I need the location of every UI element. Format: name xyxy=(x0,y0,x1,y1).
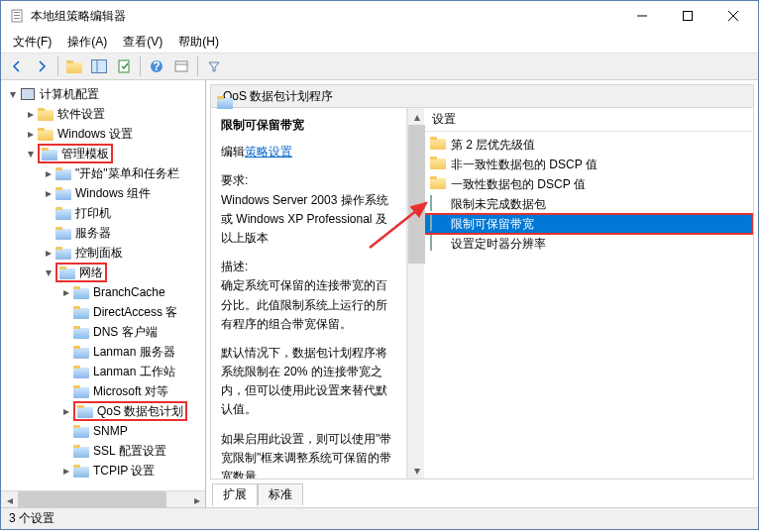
folder-icon xyxy=(73,364,89,379)
chevron-down-icon[interactable]: ▾ xyxy=(41,266,55,280)
scroll-right-icon[interactable]: ▸ xyxy=(188,491,205,508)
tree-node-software[interactable]: ▸软件设置 xyxy=(5,104,205,124)
folder-icon xyxy=(73,383,89,399)
policy-icon xyxy=(430,216,446,232)
forward-button[interactable] xyxy=(30,54,54,78)
tree-node-admin-templates[interactable]: ▾管理模板 xyxy=(5,144,205,163)
tree-node-branchcache[interactable]: ▸BranchCache xyxy=(5,282,205,302)
chevron-right-icon[interactable]: ▸ xyxy=(41,246,55,261)
folder-icon xyxy=(55,165,71,181)
app-icon xyxy=(9,8,25,24)
tab-standard[interactable]: 标准 xyxy=(258,483,303,505)
folder-icon xyxy=(430,176,446,192)
chevron-down-icon[interactable]: ▾ xyxy=(5,87,20,102)
svg-rect-5 xyxy=(684,12,693,21)
tree-node-control-panel[interactable]: ▸控制面板 xyxy=(5,243,205,263)
tabs: 扩展 标准 xyxy=(210,479,754,503)
maximize-button[interactable] xyxy=(665,1,710,31)
folder-icon xyxy=(73,423,89,439)
menu-action[interactable]: 操作(A) xyxy=(59,32,115,53)
tree: ▾计算机配置 ▸软件设置 ▸Windows 设置 ▾管理模板 ▸"开始"菜单和任… xyxy=(5,84,205,480)
svg-rect-10 xyxy=(119,60,129,72)
settings-list: 第 2 层优先级值 非一致性数据包的 DSCP 值 一致性数据包的 DSCP 值… xyxy=(424,132,753,479)
edit-policy-link[interactable]: 策略设置 xyxy=(245,145,292,159)
policy-icon xyxy=(430,236,446,252)
tree-pane: ▾计算机配置 ▸软件设置 ▸Windows 设置 ▾管理模板 ▸"开始"菜单和任… xyxy=(1,80,206,507)
tree-node-printers[interactable]: 打印机 xyxy=(5,203,205,223)
svg-rect-2 xyxy=(14,15,20,16)
chevron-right-icon[interactable]: ▸ xyxy=(23,127,38,142)
toolbar: ? xyxy=(1,53,758,80)
menu-file[interactable]: 文件(F) xyxy=(5,32,59,53)
svg-text:?: ? xyxy=(153,59,160,73)
tree-node-directaccess[interactable]: DirectAccess 客 xyxy=(5,302,205,322)
policy-icon xyxy=(430,196,446,212)
svg-rect-3 xyxy=(14,18,20,19)
tree-node-windows-components[interactable]: ▸Windows 组件 xyxy=(5,183,205,203)
tree-node-ssl[interactable]: SSL 配置设置 xyxy=(5,441,205,461)
export-list-button[interactable] xyxy=(112,54,136,78)
tree-node-dns[interactable]: DNS 客户端 xyxy=(5,322,205,342)
tree-node-tcpip[interactable]: ▸TCPIP 设置 xyxy=(5,461,205,480)
chevron-right-icon[interactable]: ▸ xyxy=(41,186,55,201)
close-button[interactable] xyxy=(710,1,756,31)
minimize-button[interactable] xyxy=(619,1,665,31)
tree-node-qos[interactable]: ▸QoS 数据包计划 xyxy=(5,401,205,421)
settings-header[interactable]: 设置 xyxy=(424,108,753,132)
tree-node-server[interactable]: 服务器 xyxy=(5,223,205,243)
folder-icon xyxy=(73,324,89,340)
tree-hscrollbar[interactable]: ◂ ▸ xyxy=(1,490,205,507)
tab-extended[interactable]: 扩展 xyxy=(212,483,258,506)
settings-item-nonconform-dscp[interactable]: 非一致性数据包的 DSCP 值 xyxy=(424,155,753,174)
folder-icon xyxy=(73,344,89,360)
description-pane: 限制可保留带宽 编辑策略设置 要求:Windows Server 2003 操作… xyxy=(211,108,407,479)
settings-item-limit-outstanding[interactable]: 限制未完成数据包 xyxy=(424,194,753,214)
tree-node-startmenu[interactable]: ▸"开始"菜单和任务栏 xyxy=(5,163,205,183)
right-pane: QoS 数据包计划程序 限制可保留带宽 编辑策略设置 要求:Windows Se… xyxy=(206,80,758,507)
folder-icon xyxy=(42,146,57,161)
window-title: 本地组策略编辑器 xyxy=(31,8,619,25)
statusbar: 3 个设置 xyxy=(1,507,758,529)
chevron-right-icon[interactable]: ▸ xyxy=(58,404,73,419)
tree-node-windows-settings[interactable]: ▸Windows 设置 xyxy=(5,124,205,144)
chevron-right-icon[interactable]: ▸ xyxy=(58,464,73,479)
tree-node-lanman-server[interactable]: Lanman 服务器 xyxy=(5,342,205,362)
svg-rect-13 xyxy=(175,61,187,71)
tree-node-computer-config[interactable]: ▾计算机配置 xyxy=(5,84,205,104)
filter-button[interactable] xyxy=(202,54,226,78)
menubar: 文件(F) 操作(A) 查看(V) 帮助(H) xyxy=(1,31,758,53)
svg-rect-8 xyxy=(92,60,107,73)
chevron-right-icon[interactable]: ▸ xyxy=(58,285,73,300)
properties-button[interactable] xyxy=(169,54,193,78)
up-button[interactable] xyxy=(62,54,86,78)
help-button[interactable]: ? xyxy=(145,54,168,78)
folder-icon xyxy=(55,205,71,221)
settings-item-l2priority[interactable]: 第 2 层优先级值 xyxy=(424,135,753,155)
status-text: 3 个设置 xyxy=(9,510,54,527)
desc-vscrollbar[interactable]: ▴ ▾ xyxy=(407,108,424,479)
settings-item-limit-bandwidth[interactable]: 限制可保留带宽 xyxy=(424,214,753,234)
scroll-thumb[interactable] xyxy=(18,491,166,508)
back-button[interactable] xyxy=(5,54,29,78)
tree-node-snmp[interactable]: SNMP xyxy=(5,421,205,441)
tree-node-lanman-workstation[interactable]: Lanman 工作站 xyxy=(5,362,205,381)
tree-node-ms-peer[interactable]: Microsoft 对等 xyxy=(5,381,205,401)
window: 本地组策略编辑器 文件(F) 操作(A) 查看(V) 帮助(H) ? ▾计算机配… xyxy=(0,0,759,530)
policy-title: 限制可保留带宽 xyxy=(221,116,396,135)
chevron-right-icon[interactable]: ▸ xyxy=(41,166,55,181)
scroll-thumb[interactable] xyxy=(408,125,425,264)
scroll-down-icon[interactable]: ▾ xyxy=(408,462,425,479)
scroll-up-icon[interactable]: ▴ xyxy=(408,108,425,125)
folder-icon xyxy=(73,463,89,479)
settings-item-timer-resolution[interactable]: 设置定时器分辨率 xyxy=(424,234,753,254)
chevron-down-icon[interactable]: ▾ xyxy=(23,147,38,161)
chevron-right-icon[interactable]: ▸ xyxy=(23,107,38,122)
menu-help[interactable]: 帮助(H) xyxy=(170,32,227,53)
menu-view[interactable]: 查看(V) xyxy=(115,32,170,53)
titlebar: 本地组策略编辑器 xyxy=(1,1,758,31)
scroll-left-icon[interactable]: ◂ xyxy=(1,491,18,508)
settings-item-conform-dscp[interactable]: 一致性数据包的 DSCP 值 xyxy=(424,174,753,194)
tree-node-network[interactable]: ▾网络 xyxy=(5,263,205,282)
show-hide-tree-button[interactable] xyxy=(87,54,111,78)
folder-icon xyxy=(73,284,89,300)
